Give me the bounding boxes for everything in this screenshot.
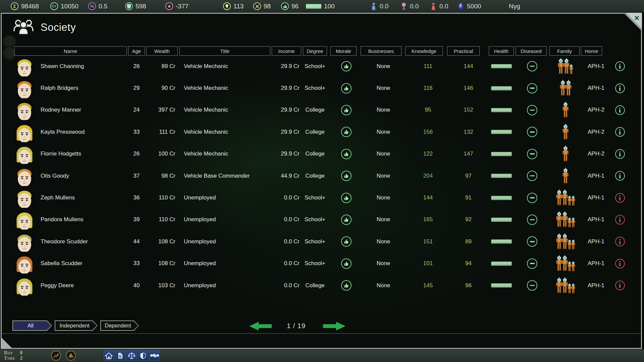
citizen-name: Rodney Manner xyxy=(41,107,81,113)
tools-icon xyxy=(253,2,261,10)
column-header-title[interactable]: Title xyxy=(179,46,270,56)
citizen-businesses: None xyxy=(377,85,390,92)
info-button[interactable] xyxy=(615,281,625,290)
info-button[interactable] xyxy=(615,127,625,137)
diseased-none-icon xyxy=(527,215,537,225)
health-bar xyxy=(491,108,512,112)
citizen-row[interactable]: Ralph Bridgers 29 90 Cr Vehicle Mechanic… xyxy=(2,77,641,99)
trade-button[interactable] xyxy=(149,350,160,361)
resource-value: 100 xyxy=(324,3,335,10)
morale-thumbs-up-icon xyxy=(341,215,352,225)
family-members xyxy=(556,277,575,294)
report-button[interactable] xyxy=(115,350,125,361)
citizen-avatar xyxy=(15,253,34,274)
column-header-family[interactable]: Family xyxy=(549,46,580,56)
column-header-knowledge[interactable]: Knowledge xyxy=(405,46,443,56)
citizen-degree: School+ xyxy=(305,238,325,245)
citizen-degree: College xyxy=(305,129,325,135)
citizen-practical: 97 xyxy=(465,173,472,179)
citizen-row[interactable]: Theodore Scudder 44 108 Cr Unemployed 0.… xyxy=(2,231,641,252)
family-adult-icon xyxy=(556,255,562,272)
citizen-row[interactable]: Peggy Deere 40 103 Cr Unemployed 0.0 Cr … xyxy=(2,275,641,296)
diseased-none-icon xyxy=(527,105,537,115)
info-button[interactable] xyxy=(615,61,625,71)
column-header-home[interactable]: Home xyxy=(581,46,602,56)
info-button[interactable] xyxy=(615,215,625,225)
info-button[interactable] xyxy=(615,149,625,159)
column-header-age[interactable]: Age xyxy=(128,46,145,56)
citizen-name: Kayla Presswood xyxy=(41,129,85,135)
info-button[interactable] xyxy=(615,171,625,181)
resource-value: 96 xyxy=(291,3,299,10)
citizen-name: Theodore Scudder xyxy=(41,238,88,245)
citizen-age: 29 xyxy=(133,85,140,92)
info-button[interactable] xyxy=(615,105,625,115)
morale-thumbs-up-icon xyxy=(341,171,352,181)
resource-fig-blue: 0.0 xyxy=(370,0,388,12)
column-header-health[interactable]: Health xyxy=(489,46,514,56)
citizen-home: APH-1 xyxy=(588,282,604,289)
prev-page-button[interactable] xyxy=(249,322,272,330)
citizen-row[interactable]: Kayla Presswood 33 111 Cr Vehicle Mechan… xyxy=(2,121,641,143)
citizen-degree: College xyxy=(305,107,325,113)
column-header-businesses[interactable]: Businesses xyxy=(361,46,401,56)
column-header-income[interactable]: Income xyxy=(272,46,301,56)
citizen-income: 0.0 Cr xyxy=(284,216,300,223)
page-title: Society xyxy=(41,21,76,34)
info-button[interactable] xyxy=(615,259,625,268)
family-adult-icon xyxy=(562,211,568,228)
citizen-wealth: 397 Cr xyxy=(158,107,175,113)
credits-icon: Cr xyxy=(50,2,58,10)
citizen-businesses: None xyxy=(377,238,390,245)
handshake-icon xyxy=(150,351,159,360)
family-adult-icon xyxy=(560,80,566,97)
day-value: 0 xyxy=(20,350,22,355)
time-value: 2 xyxy=(20,356,22,361)
citizen-home: APH-1 xyxy=(588,85,604,92)
info-button[interactable] xyxy=(615,193,625,203)
citizen-title: Vehicle Mechanic xyxy=(184,63,228,70)
resource-orb: 5000 xyxy=(458,0,481,12)
citizen-row[interactable]: Zeph Mullens 36 110 Cr Unemployed 0.0 Cr… xyxy=(2,187,641,208)
resource-value: 598 xyxy=(136,3,146,10)
health-bar xyxy=(491,152,512,156)
column-header-name[interactable]: Name xyxy=(14,46,127,56)
column-header-diseased[interactable]: Diseased xyxy=(516,46,547,56)
fig-red-icon xyxy=(430,2,437,11)
citizen-row[interactable]: Pandora Mullens 39 110 Cr Unemployed 0.0… xyxy=(2,209,641,231)
citizen-degree: College xyxy=(305,150,325,157)
citizen-row[interactable]: Shawn Channing 26 89 Cr Vehicle Mechanic… xyxy=(2,55,641,77)
citizen-wealth: 89 Cr xyxy=(161,63,175,70)
citizen-row[interactable]: Sabella Scudder 33 108 Cr Unemployed 0.0… xyxy=(2,253,641,275)
citizen-home: APH-1 xyxy=(588,238,604,245)
health-bar xyxy=(491,174,512,178)
citizen-row[interactable]: Rodney Manner 24 397 Cr Vehicle Mechanic… xyxy=(2,99,641,121)
citizen-title: Vehicle Mechanic xyxy=(184,150,228,157)
family-child-icon xyxy=(571,217,575,228)
family-adult-icon xyxy=(556,211,562,228)
citizen-row[interactable]: Florrie Hodgetts 26 100 Cr Vehicle Mecha… xyxy=(2,143,641,165)
health-bar xyxy=(491,64,512,68)
housing-button[interactable] xyxy=(104,350,114,361)
resource-value: 0.0 xyxy=(439,3,448,10)
citizen-row[interactable]: Otis Goody 37 98 Cr Vehicle Base Command… xyxy=(2,165,641,187)
info-button[interactable] xyxy=(615,83,625,93)
column-header-wealth[interactable]: Wealth xyxy=(146,46,178,56)
defense-button[interactable] xyxy=(138,350,148,361)
stats-chart-button[interactable] xyxy=(51,351,61,361)
citizen-wealth: 108 Cr xyxy=(158,238,175,245)
table-header: NameAgeWealthTitleIncomeDegreeMoraleBusi… xyxy=(2,46,641,56)
citizen-name: Zeph Mullens xyxy=(41,194,75,201)
next-page-button[interactable] xyxy=(323,322,345,330)
citizen-knowledge: 95 xyxy=(425,107,431,113)
diseased-none-icon xyxy=(527,149,537,159)
column-header-degree[interactable]: Degree xyxy=(303,46,327,56)
citizen-knowledge: 156 xyxy=(423,129,433,135)
citizen-title: Vehicle Base Commander xyxy=(184,173,250,179)
hierarchy-button[interactable] xyxy=(66,351,76,361)
day-label: Day xyxy=(4,350,20,356)
column-header-practical[interactable]: Practical xyxy=(447,46,480,56)
info-button[interactable] xyxy=(615,237,625,246)
justice-button[interactable] xyxy=(126,350,137,361)
column-header-morale[interactable]: Morale xyxy=(330,46,357,56)
